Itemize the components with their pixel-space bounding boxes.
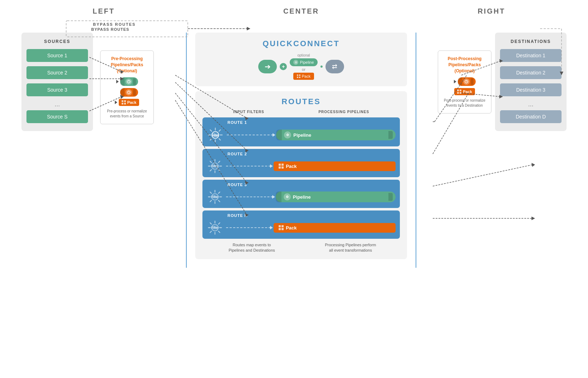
post-processing-title: Post-ProcessingPipelines/Packs(Optional)	[442, 56, 487, 74]
post-processing-panel: Post-ProcessingPipelines/Packs(Optional)	[438, 50, 491, 113]
route-1: ROUTE 1 Filter Filter	[202, 117, 400, 146]
route-r-label: ROUTE R	[227, 213, 396, 218]
route-2-pack: Pack	[274, 161, 396, 171]
qc-pack-option[interactable]: Pack	[293, 73, 314, 80]
col-center-label: CENTER	[186, 7, 416, 15]
quickconnect-box: QUICKCONNECT ➔ + optional ⚙ Pipeli	[195, 33, 407, 86]
svg-text:Filter: Filter	[211, 133, 219, 137]
filter-gear-r: Filter	[207, 219, 223, 236]
routes-footer-left: Routes map events to Pipelines and Desti…	[225, 242, 279, 253]
route-1-processor-label: Pipeline	[293, 132, 311, 138]
pre-processing-title: Pre-ProcessingPipelines/Packs(Optional)	[105, 56, 149, 74]
route-2-label: ROUTE 2	[227, 152, 396, 156]
svg-text:Filter: Filter	[211, 226, 219, 229]
source-item-3[interactable]: Source 3	[26, 83, 88, 96]
processing-pipelines-label: PROCESSING PIPELINES	[318, 110, 369, 114]
dest-dots: ...	[500, 101, 562, 108]
source-item-2[interactable]: Source 2	[26, 66, 88, 79]
pre-proc-tube-2	[120, 88, 138, 97]
route-3: ROUTE 3 Filter ⚙ Pipel	[202, 180, 400, 208]
input-filters-label: INPUT FILTERS	[233, 110, 264, 114]
quickconnect-title: QUICKCONNECT	[204, 39, 398, 48]
source-item-s[interactable]: Source S	[26, 110, 88, 123]
qc-plus-button[interactable]: +	[280, 63, 287, 70]
dest-item-2[interactable]: Destination 2	[500, 66, 562, 79]
post-proc-pack: Pack	[454, 88, 475, 95]
route-r-pack: Pack	[274, 223, 396, 233]
route-2-processor-label: Pack	[286, 164, 297, 169]
filter-gear-1: Filter Filter	[207, 126, 224, 144]
qc-source-button[interactable]: ➔	[258, 60, 277, 73]
bypass-label: BYPASS ROUTES	[93, 22, 136, 26]
filter-gear-2: Filter	[207, 158, 223, 174]
route-1-label: ROUTE 1	[227, 120, 396, 125]
destinations-title: DESTINATIONS	[500, 39, 562, 44]
route-r-processor-label: Pack	[286, 225, 297, 231]
svg-text:Filter: Filter	[211, 165, 219, 168]
dest-item-d[interactable]: Destination D	[500, 110, 562, 123]
source-item-1[interactable]: Source 1	[26, 49, 88, 62]
qc-pipeline-option[interactable]: ⚙ Pipeline	[290, 58, 317, 66]
post-proc-description: Post-process or normalize events to a De…	[442, 98, 487, 108]
dest-item-1[interactable]: Destination 1	[500, 49, 562, 62]
pre-proc-description: Pre-process or normalize events from a S…	[105, 109, 149, 119]
sources-panel: SOURCES Source 1 Source 2 Source 3 ... S…	[21, 33, 93, 131]
pre-proc-tube-1	[120, 77, 138, 86]
dest-item-3[interactable]: Destination 3	[500, 83, 562, 96]
filter-gear-3: Filter	[207, 189, 223, 205]
route-3-pipeline: ⚙ Pipeline	[276, 192, 396, 202]
qc-or-label: or	[302, 67, 305, 72]
route-3-label: ROUTE 3	[227, 183, 396, 187]
sources-title: SOURCES	[26, 39, 88, 44]
pre-proc-pack: Pack	[119, 99, 139, 106]
post-proc-tube	[458, 77, 476, 86]
col-left-label: LEFT	[21, 7, 186, 15]
qc-destination-button[interactable]: ⇄	[325, 60, 344, 73]
routes-footer-right: Processing Pipelines perform all event t…	[324, 242, 377, 253]
center-section: QUICKCONNECT ➔ + optional ⚙ Pipeli	[186, 33, 416, 268]
source-dots: ...	[26, 101, 88, 108]
route-r: ROUTE R Filter	[202, 210, 400, 239]
qc-optional-label: optional	[297, 53, 310, 57]
right-section: Post-ProcessingPipelines/Packs(Optional)	[416, 33, 567, 131]
pre-processing-panel: Pre-ProcessingPipelines/Packs(Optional)	[100, 50, 154, 124]
left-section: SOURCES Source 1 Source 2 Source 3 ... S…	[21, 33, 186, 131]
pre-proc-pack-label: Pack	[127, 100, 137, 105]
qc-pipeline-label: Pipeline	[300, 60, 314, 64]
route-1-pipeline: ⚙ Pipeline	[276, 130, 396, 140]
svg-text:Filter: Filter	[211, 195, 219, 199]
post-proc-pack-label: Pack	[463, 89, 472, 94]
col-right-label: RIGHT	[416, 7, 567, 15]
routes-title: ROUTES	[202, 97, 400, 106]
qc-pack-label: Pack	[302, 74, 310, 78]
destinations-panel: DESTINATIONS Destination 1 Destination 2…	[495, 33, 567, 131]
routes-box: ROUTES INPUT FILTERS PROCESSING PIPELINE…	[195, 91, 407, 259]
route-2: ROUTE 2 Filter	[202, 149, 400, 177]
route-3-processor-label: Pipeline	[293, 194, 311, 200]
